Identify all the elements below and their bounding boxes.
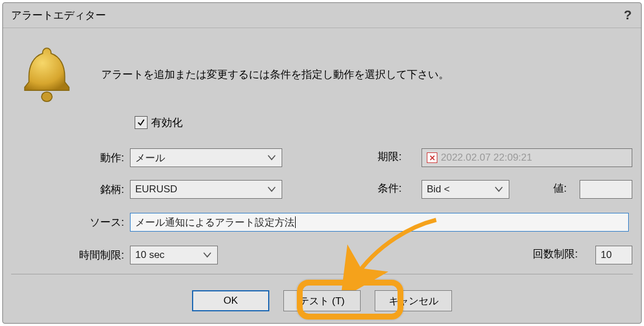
expiry-value: 2022.02.07 22:09:21	[441, 152, 532, 164]
text-caret	[295, 216, 296, 228]
enable-label: 有効化	[151, 116, 183, 130]
expiry-field[interactable]: ✕ 2022.02.07 22:09:21	[422, 148, 632, 167]
label-time-limit: 時間制限:	[3, 248, 130, 262]
label-value: 値:	[553, 181, 567, 195]
row-source: ソース: メール通知によるアラート設定方法	[3, 213, 641, 232]
titlebar: アラートエディター ?	[3, 3, 641, 28]
label-expiry: 期限:	[378, 150, 402, 164]
separator	[11, 274, 633, 274]
cancel-button-label: キャンセル	[389, 294, 439, 308]
help-icon[interactable]: ?	[624, 8, 632, 23]
enable-checkbox[interactable]	[135, 116, 148, 129]
cancel-button[interactable]: キャンセル	[375, 290, 452, 311]
action-select[interactable]: メール	[130, 148, 282, 167]
chevron-down-icon	[203, 252, 211, 258]
alert-editor-dialog: アラートエディター ? アラートを追加または変更するには条件を指定し動作を選択し…	[2, 2, 642, 324]
action-value: メール	[135, 151, 165, 165]
condition-select[interactable]: Bid <	[422, 180, 509, 199]
symbol-value: EURUSD	[135, 184, 177, 195]
test-button-label: テスト (T)	[299, 294, 344, 308]
label-source: ソース:	[3, 215, 130, 229]
label-condition: 条件:	[378, 181, 402, 195]
source-input[interactable]: メール通知によるアラート設定方法	[130, 213, 629, 232]
condition-value: Bid <	[427, 184, 450, 195]
chevron-down-icon	[268, 155, 276, 161]
dialog-title: アラートエディター	[11, 8, 106, 22]
button-row: OK テスト (T) キャンセル	[3, 290, 641, 311]
chevron-down-icon	[495, 186, 503, 192]
source-value: メール通知によるアラート設定方法	[135, 216, 294, 229]
enable-checkbox-row: 有効化	[135, 116, 183, 130]
label-action: 動作:	[3, 151, 130, 165]
bell-icon	[20, 44, 73, 108]
time-limit-value: 10 sec	[135, 249, 165, 261]
count-limit-value: 10	[601, 249, 612, 261]
count-limit-input[interactable]: 10	[595, 246, 632, 264]
test-button[interactable]: テスト (T)	[283, 290, 361, 311]
clear-expiry-icon[interactable]: ✕	[427, 152, 437, 163]
label-symbol: 銘柄:	[3, 182, 130, 196]
chevron-down-icon	[268, 186, 276, 192]
row-symbol: 銘柄: EURUSD	[3, 180, 641, 199]
value-input[interactable]	[580, 180, 632, 199]
instruction-text: アラートを追加または変更するには条件を指定し動作を選択して下さい。	[101, 67, 449, 82]
svg-point-0	[42, 92, 52, 101]
ok-button[interactable]: OK	[192, 290, 269, 311]
symbol-select[interactable]: EURUSD	[130, 180, 282, 199]
label-count-limit: 回数制限:	[533, 247, 578, 261]
time-limit-select[interactable]: 10 sec	[130, 246, 218, 264]
ok-button-label: OK	[224, 295, 238, 307]
